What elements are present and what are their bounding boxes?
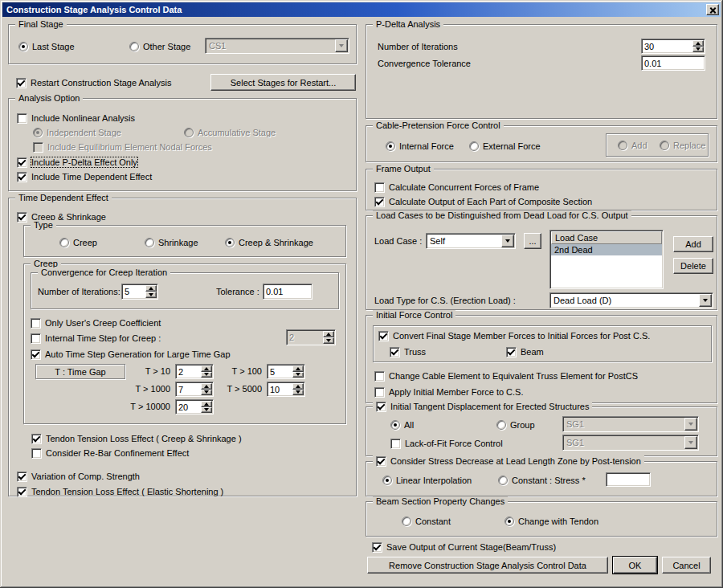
checkbox-label: Consider Stress Decrease at Lead Length … xyxy=(390,456,641,467)
spin-down-button[interactable] xyxy=(692,47,704,53)
spin-up-button[interactable] xyxy=(292,383,304,390)
gap1-spinner[interactable]: 2 xyxy=(175,364,214,379)
add-load-case-button[interactable]: Add xyxy=(673,236,713,252)
spin-up-button[interactable] xyxy=(692,40,704,47)
gap4-spinner[interactable]: 10 xyxy=(267,382,305,397)
checkbox-label: Include Nonlinear Analysis xyxy=(31,113,135,123)
dropdown-button[interactable] xyxy=(699,294,712,307)
spin-up-button[interactable] xyxy=(201,401,212,407)
internal-time-step-checkbox[interactable]: Internal Time Step for Creep : xyxy=(31,333,161,344)
titlebar[interactable]: Construction Stage Analysis Control Data xyxy=(2,2,721,17)
spin-up-button[interactable] xyxy=(201,383,212,390)
apply-initial-member-force-checkbox[interactable]: Apply Initial Member Force to C.S. xyxy=(374,386,524,398)
checkbox-glyph xyxy=(376,402,386,412)
delete-load-case-button[interactable]: Delete xyxy=(673,258,713,274)
gap3-spinner[interactable]: 7 xyxy=(175,382,214,397)
spin-down-button[interactable] xyxy=(292,390,304,396)
pdelta-iterations-spinner[interactable]: 30 xyxy=(641,39,705,54)
all-radio[interactable]: All xyxy=(390,419,414,431)
linear-interpolation-radio[interactable]: Linear Interpolation xyxy=(382,475,472,486)
rebar-confinement-checkbox[interactable]: Consider Re-Bar Confinement Effect xyxy=(31,447,189,459)
only-user-creep-checkbox[interactable]: Only User's Creep Coefficient xyxy=(31,317,161,329)
change-with-tendon-radio[interactable]: Change with Tendon xyxy=(504,516,598,527)
spin-up-button[interactable] xyxy=(201,365,212,372)
pdelta-tolerance-input[interactable]: 0.01 xyxy=(641,55,705,71)
creep-iterations-spinner[interactable]: 5 xyxy=(121,284,158,300)
restart-analysis-checkbox[interactable]: Restart Construction Stage Analysis xyxy=(16,77,171,88)
checkbox-glyph xyxy=(17,157,27,168)
cancel-button[interactable]: Cancel xyxy=(662,557,711,574)
load-case-combo[interactable]: Self xyxy=(426,233,516,249)
include-pdelta-only-checkbox[interactable]: Include P-Delta Effect Only xyxy=(17,157,137,168)
convert-final-stage-checkbox[interactable]: Convert Final Stage Member Forces to Ini… xyxy=(378,330,650,341)
gap2-spinner[interactable]: 5 xyxy=(267,364,305,379)
save-output-checkbox[interactable]: Save Output of Current Stage(Beam/Truss) xyxy=(372,541,556,553)
checkbox-glyph xyxy=(372,542,382,553)
tendon-loss-creep-shrinkage-checkbox[interactable]: Tendon Tension Loss Effect ( Creep & Shr… xyxy=(31,433,242,444)
spin-up-button[interactable] xyxy=(145,285,157,292)
list-item[interactable]: 2nd Dead xyxy=(551,244,662,255)
change-cable-element-checkbox[interactable]: Change Cable Element to Equivalent Truss… xyxy=(374,370,638,382)
load-cases-group: Load Cases to be Distinguished from Dead… xyxy=(366,215,717,310)
add-replace-box: Add Replace xyxy=(606,133,709,157)
spin-up-button[interactable] xyxy=(292,365,304,372)
select-stages-restart-button[interactable]: Select Stages for Restart... xyxy=(210,74,356,91)
spinner-value[interactable]: 7 xyxy=(176,382,201,396)
close-button[interactable] xyxy=(706,4,719,15)
stress-decrease-checkbox[interactable]: Consider Stress Decrease at Lead Length … xyxy=(376,455,641,467)
auto-time-step-checkbox[interactable]: Auto Time Step Generation for Large Time… xyxy=(31,349,231,360)
internal-force-radio[interactable]: Internal Force xyxy=(386,141,454,152)
spin-down-button[interactable] xyxy=(145,292,157,298)
type-creep-radio[interactable]: Creep xyxy=(59,237,97,248)
last-stage-radio[interactable]: Last Stage xyxy=(18,41,75,52)
type-creep-and-shrinkage-radio[interactable]: Creep & Shrinkage xyxy=(225,237,313,248)
external-force-radio[interactable]: External Force xyxy=(469,141,541,152)
spinner-value[interactable]: 2 xyxy=(176,365,201,378)
variation-comp-strength-checkbox[interactable]: Variation of Comp. Strength xyxy=(17,471,140,482)
lack-of-fit-checkbox[interactable]: Lack-of-Fit Force Control xyxy=(390,438,503,449)
spinner-value[interactable]: 5 xyxy=(268,365,292,378)
window-title: Construction Stage Analysis Control Data xyxy=(6,5,182,14)
dropdown-button[interactable] xyxy=(335,39,348,52)
truss-checkbox[interactable]: Truss xyxy=(390,346,426,357)
spinner-value[interactable]: 30 xyxy=(642,39,692,53)
other-stage-combo[interactable]: CS1 xyxy=(205,38,349,54)
constant-radio[interactable]: Constant xyxy=(402,516,451,527)
convert-forces-box: Convert Final Stage Member Forces to Ini… xyxy=(373,325,712,362)
other-stage-radio[interactable]: Other Stage xyxy=(129,41,190,52)
composite-output-checkbox[interactable]: Calculate Output of Each Part of Composi… xyxy=(374,196,592,207)
remove-control-data-button[interactable]: Remove Construction Stage Analysis Contr… xyxy=(367,557,608,574)
group-radio[interactable]: Group xyxy=(496,419,535,431)
browse-load-case-button[interactable]: ... xyxy=(524,233,541,249)
spin-down-button[interactable] xyxy=(201,372,212,378)
gap5-spinner[interactable]: 20 xyxy=(175,399,214,414)
load-case-listbox[interactable]: Load Case 2nd Dead xyxy=(549,230,664,289)
spin-down-button[interactable] xyxy=(292,372,304,378)
spin-down-button xyxy=(323,337,334,344)
tendon-loss-elastic-checkbox[interactable]: Tendon Tension Loss Effect ( Elastic Sho… xyxy=(17,486,223,497)
spinner-value[interactable]: 5 xyxy=(122,284,145,299)
gap5-label: T > 10000 xyxy=(122,402,170,411)
include-time-dependent-checkbox[interactable]: Include Time Dependent Effect xyxy=(17,171,152,182)
ok-button[interactable]: OK xyxy=(613,557,657,574)
spin-down-button[interactable] xyxy=(201,390,212,396)
constant-stress-radio[interactable]: Constant : Stress * xyxy=(498,475,586,486)
list-header[interactable]: Load Case xyxy=(551,231,662,244)
combo-value: Dead Load (D) xyxy=(550,293,698,308)
lack-of-fit-combo: SG1 xyxy=(562,435,699,451)
include-nonlinear-checkbox[interactable]: Include Nonlinear Analysis xyxy=(17,112,135,124)
beam-checkbox[interactable]: Beam xyxy=(506,346,544,357)
spinner-buttons xyxy=(323,330,335,345)
creep-tolerance-input[interactable]: 0.01 xyxy=(263,284,312,300)
spinner-value[interactable]: 20 xyxy=(176,400,201,414)
spin-down-button[interactable] xyxy=(201,407,212,414)
radio-glyph xyxy=(496,420,506,430)
initial-tangent-checkbox[interactable]: Initial Tangent Displacement for Erected… xyxy=(376,401,589,412)
final-stage-group: Final Stage Last Stage Other Stage CS1 xyxy=(8,24,357,64)
time-dependent-effect-legend: Time Dependent Effect xyxy=(15,193,112,203)
concurrent-forces-checkbox[interactable]: Calculate Concurrent Forces of Frame xyxy=(374,182,539,193)
load-type-combo[interactable]: Dead Load (D) xyxy=(549,292,713,308)
type-shrinkage-radio[interactable]: Shrinkage xyxy=(145,237,198,248)
dropdown-button[interactable] xyxy=(501,235,514,247)
spinner-value[interactable]: 10 xyxy=(268,382,292,396)
